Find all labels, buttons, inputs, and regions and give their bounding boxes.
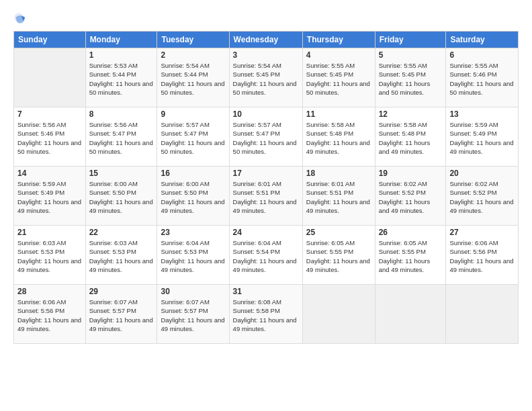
calendar-cell: 13 Sunrise: 5:59 AMSunset: 5:49 PMDaylig…	[446, 107, 519, 167]
day-number: 20	[449, 169, 515, 178]
day-detail: Sunrise: 5:53 AMSunset: 5:44 PMDaylight:…	[89, 62, 153, 96]
calendar-cell: 7 Sunrise: 5:56 AMSunset: 5:46 PMDayligh…	[14, 107, 86, 167]
day-detail: Sunrise: 6:01 AMSunset: 5:51 PMDaylight:…	[233, 180, 297, 214]
day-detail: Sunrise: 5:54 AMSunset: 5:44 PMDaylight:…	[161, 62, 224, 96]
day-detail: Sunrise: 6:00 AMSunset: 5:50 PMDaylight:…	[89, 180, 153, 214]
day-number: 5	[379, 50, 443, 60]
calendar-cell: 4 Sunrise: 5:55 AMSunset: 5:45 PMDayligh…	[302, 48, 375, 107]
day-detail: Sunrise: 6:08 AMSunset: 5:58 PMDaylight:…	[233, 298, 297, 332]
calendar: SundayMondayTuesdayWednesdayThursdayFrid…	[13, 31, 519, 344]
calendar-cell: 25 Sunrise: 6:05 AMSunset: 5:55 PMDaylig…	[302, 226, 375, 285]
calendar-cell: 14 Sunrise: 5:59 AMSunset: 5:49 PMDaylig…	[14, 167, 86, 226]
day-header-thursday: Thursday	[302, 32, 375, 48]
day-detail: Sunrise: 6:06 AMSunset: 5:56 PMDaylight:…	[449, 239, 513, 273]
day-detail: Sunrise: 6:05 AMSunset: 5:55 PMDaylight:…	[379, 239, 431, 273]
day-header-sunday: Sunday	[14, 32, 86, 48]
day-detail: Sunrise: 5:56 AMSunset: 5:47 PMDaylight:…	[89, 121, 153, 155]
calendar-cell	[302, 285, 375, 344]
header	[13, 12, 519, 26]
calendar-cell: 19 Sunrise: 6:02 AMSunset: 5:52 PMDaylig…	[375, 167, 446, 226]
calendar-cell: 6 Sunrise: 5:55 AMSunset: 5:46 PMDayligh…	[446, 48, 519, 107]
day-number: 15	[89, 169, 154, 178]
calendar-cell: 23 Sunrise: 6:04 AMSunset: 5:53 PMDaylig…	[157, 226, 229, 285]
day-detail: Sunrise: 5:57 AMSunset: 5:47 PMDaylight:…	[161, 121, 224, 155]
calendar-cell: 16 Sunrise: 6:00 AMSunset: 5:50 PMDaylig…	[157, 167, 229, 226]
day-number: 19	[379, 169, 443, 178]
day-number: 22	[89, 228, 154, 237]
day-number: 17	[233, 169, 299, 178]
day-detail: Sunrise: 5:55 AMSunset: 5:45 PMDaylight:…	[306, 62, 370, 96]
day-detail: Sunrise: 6:06 AMSunset: 5:56 PMDaylight:…	[17, 298, 81, 332]
day-detail: Sunrise: 6:01 AMSunset: 5:51 PMDaylight:…	[306, 180, 370, 214]
calendar-cell: 21 Sunrise: 6:03 AMSunset: 5:53 PMDaylig…	[14, 226, 86, 285]
day-header-tuesday: Tuesday	[157, 32, 229, 48]
calendar-cell: 17 Sunrise: 6:01 AMSunset: 5:51 PMDaylig…	[229, 167, 302, 226]
calendar-cell	[446, 285, 519, 344]
day-detail: Sunrise: 6:05 AMSunset: 5:55 PMDaylight:…	[306, 239, 370, 273]
calendar-cell: 11 Sunrise: 5:58 AMSunset: 5:48 PMDaylig…	[302, 107, 375, 167]
day-header-saturday: Saturday	[446, 32, 519, 48]
day-number: 28	[17, 287, 82, 296]
day-detail: Sunrise: 5:56 AMSunset: 5:46 PMDaylight:…	[17, 121, 81, 155]
day-detail: Sunrise: 5:54 AMSunset: 5:45 PMDaylight:…	[233, 62, 297, 96]
day-number: 12	[379, 109, 443, 119]
calendar-cell: 26 Sunrise: 6:05 AMSunset: 5:55 PMDaylig…	[375, 226, 446, 285]
calendar-cell: 1 Sunrise: 5:53 AMSunset: 5:44 PMDayligh…	[85, 48, 157, 107]
calendar-cell: 30 Sunrise: 6:07 AMSunset: 5:57 PMDaylig…	[157, 285, 229, 344]
day-number: 7	[17, 109, 82, 119]
week-row-5: 28 Sunrise: 6:06 AMSunset: 5:56 PMDaylig…	[14, 285, 519, 344]
day-number: 26	[379, 228, 443, 237]
calendar-cell	[375, 285, 446, 344]
day-number: 27	[449, 228, 515, 237]
calendar-header-row: SundayMondayTuesdayWednesdayThursdayFrid…	[14, 32, 519, 48]
calendar-cell: 31 Sunrise: 6:08 AMSunset: 5:58 PMDaylig…	[229, 285, 302, 344]
day-number: 11	[306, 109, 371, 119]
day-number: 3	[233, 50, 299, 60]
day-detail: Sunrise: 6:07 AMSunset: 5:57 PMDaylight:…	[161, 298, 224, 332]
calendar-cell: 15 Sunrise: 6:00 AMSunset: 5:50 PMDaylig…	[85, 167, 157, 226]
day-detail: Sunrise: 5:59 AMSunset: 5:49 PMDaylight:…	[17, 180, 81, 214]
calendar-cell: 9 Sunrise: 5:57 AMSunset: 5:47 PMDayligh…	[157, 107, 229, 167]
day-detail: Sunrise: 6:03 AMSunset: 5:53 PMDaylight:…	[17, 239, 81, 273]
day-detail: Sunrise: 5:55 AMSunset: 5:45 PMDaylight:…	[379, 62, 431, 96]
day-number: 9	[161, 109, 225, 119]
week-row-4: 21 Sunrise: 6:03 AMSunset: 5:53 PMDaylig…	[14, 226, 519, 285]
calendar-cell	[14, 48, 86, 107]
calendar-cell: 29 Sunrise: 6:07 AMSunset: 5:57 PMDaylig…	[85, 285, 157, 344]
day-detail: Sunrise: 5:57 AMSunset: 5:47 PMDaylight:…	[233, 121, 297, 155]
day-number: 13	[449, 109, 515, 119]
day-number: 24	[233, 228, 299, 237]
day-detail: Sunrise: 6:02 AMSunset: 5:52 PMDaylight:…	[449, 180, 513, 214]
calendar-cell: 24 Sunrise: 6:04 AMSunset: 5:54 PMDaylig…	[229, 226, 302, 285]
calendar-cell: 18 Sunrise: 6:01 AMSunset: 5:51 PMDaylig…	[302, 167, 375, 226]
day-detail: Sunrise: 5:58 AMSunset: 5:48 PMDaylight:…	[379, 121, 431, 155]
day-number: 21	[17, 228, 82, 237]
day-number: 31	[233, 287, 299, 296]
day-number: 23	[161, 228, 225, 237]
logo-icon	[13, 12, 27, 26]
day-number: 30	[161, 287, 225, 296]
calendar-cell: 3 Sunrise: 5:54 AMSunset: 5:45 PMDayligh…	[229, 48, 302, 107]
day-detail: Sunrise: 6:04 AMSunset: 5:53 PMDaylight:…	[161, 239, 224, 273]
day-detail: Sunrise: 6:03 AMSunset: 5:53 PMDaylight:…	[89, 239, 153, 273]
calendar-cell: 2 Sunrise: 5:54 AMSunset: 5:44 PMDayligh…	[157, 48, 229, 107]
day-detail: Sunrise: 5:55 AMSunset: 5:46 PMDaylight:…	[449, 62, 513, 96]
day-number: 25	[306, 228, 371, 237]
calendar-cell: 20 Sunrise: 6:02 AMSunset: 5:52 PMDaylig…	[446, 167, 519, 226]
week-row-2: 7 Sunrise: 5:56 AMSunset: 5:46 PMDayligh…	[14, 107, 519, 167]
calendar-cell: 28 Sunrise: 6:06 AMSunset: 5:56 PMDaylig…	[14, 285, 86, 344]
day-number: 16	[161, 169, 225, 178]
day-number: 1	[89, 50, 154, 60]
calendar-cell: 22 Sunrise: 6:03 AMSunset: 5:53 PMDaylig…	[85, 226, 157, 285]
calendar-cell: 10 Sunrise: 5:57 AMSunset: 5:47 PMDaylig…	[229, 107, 302, 167]
day-number: 29	[89, 287, 154, 296]
calendar-cell: 27 Sunrise: 6:06 AMSunset: 5:56 PMDaylig…	[446, 226, 519, 285]
day-detail: Sunrise: 6:00 AMSunset: 5:50 PMDaylight:…	[161, 180, 224, 214]
week-row-1: 1 Sunrise: 5:53 AMSunset: 5:44 PMDayligh…	[14, 48, 519, 107]
day-number: 8	[89, 109, 154, 119]
calendar-cell: 12 Sunrise: 5:58 AMSunset: 5:48 PMDaylig…	[375, 107, 446, 167]
day-number: 10	[233, 109, 299, 119]
day-number: 18	[306, 169, 371, 178]
logo	[13, 12, 28, 26]
day-header-monday: Monday	[85, 32, 157, 48]
